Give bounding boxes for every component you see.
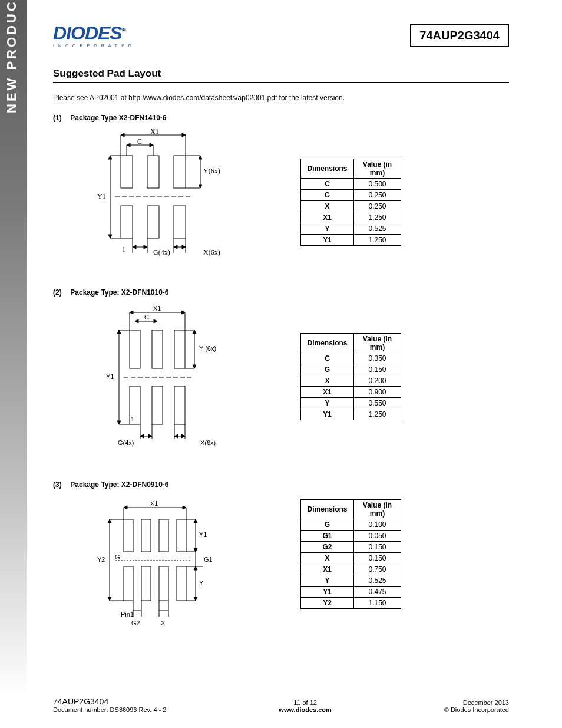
svg-text:Y (6x): Y (6x) [199, 345, 216, 352]
svg-text:Y1: Y1 [199, 531, 207, 538]
svg-rect-56 [141, 519, 151, 552]
svg-text:G(4x): G(4x) [118, 439, 134, 446]
svg-rect-0 [121, 156, 133, 188]
svg-text:C: C [144, 314, 149, 321]
svg-rect-29 [152, 386, 163, 424]
svg-text:G2: G2 [131, 620, 140, 627]
svg-rect-3 [121, 206, 133, 238]
package-block-1: (1) Package Type X2-DFN1410-6 X1 C [53, 114, 509, 265]
svg-rect-30 [174, 386, 185, 424]
package-header: (2) Package Type: X2-DFN1010-6 [53, 288, 509, 297]
intro-text: Please see AP02001 at http://www.diodes.… [53, 94, 509, 102]
svg-text:G1: G1 [204, 556, 213, 563]
lbl-g: G(4x) [153, 248, 170, 256]
svg-rect-2 [174, 156, 186, 188]
svg-rect-57 [159, 519, 168, 552]
lbl-c: C [137, 137, 142, 146]
svg-text:Y2: Y2 [97, 556, 105, 563]
svg-rect-1 [147, 156, 159, 188]
svg-rect-62 [177, 566, 186, 601]
side-banner-text: NEW PRODUCT [4, 0, 19, 113]
logo-main: DIODES® [53, 24, 153, 42]
lbl-y1: Y1 [97, 192, 106, 200]
lbl-x1: X1 [150, 129, 159, 136]
svg-rect-61 [159, 566, 168, 601]
dim-table-3: DimensionsValue (in mm) G0.100 G10.050 G… [300, 499, 401, 609]
svg-rect-5 [174, 206, 186, 238]
svg-text:X1: X1 [153, 305, 161, 312]
svg-rect-59 [124, 566, 133, 601]
main-content: Suggested Pad Layout Please see AP02001 … [53, 68, 509, 667]
svg-rect-58 [177, 519, 186, 552]
pad-diagram-1: X1 C Y1 Y(6x) 1 [53, 129, 265, 265]
side-banner: NEW PRODUCT [0, 0, 27, 696]
package-block-2: (2) Package Type: X2-DFN1010-6 X1 C [53, 288, 509, 457]
svg-rect-26 [152, 330, 163, 368]
svg-text:Pin1: Pin1 [121, 611, 134, 618]
svg-text:X1: X1 [150, 500, 158, 507]
footer-center: 11 of 12 www.diodes.com [279, 699, 331, 713]
svg-rect-27 [174, 330, 185, 368]
lbl-y6x: Y(6x) [203, 167, 220, 175]
svg-text:Y1: Y1 [106, 373, 114, 380]
section-title: Suggested Pad Layout [53, 68, 509, 83]
dim-table-1: DimensionsValue (in mm) C0.500 G0.250 X0… [300, 159, 401, 246]
package-header: (1) Package Type X2-DFN1410-6 [53, 114, 509, 122]
svg-text:G: G [115, 554, 120, 561]
svg-text:X: X [161, 620, 166, 627]
lbl-one: 1 [122, 245, 125, 253]
lbl-x6x: X(6x) [203, 248, 220, 256]
page-header: DIODES® INCORPORATED 74AUP2G3404 [53, 18, 509, 53]
svg-rect-60 [141, 566, 151, 601]
logo-sub: INCORPORATED [53, 44, 153, 48]
dim-table-2: DimensionsValue (in mm) C0.350 G0.150 X0… [300, 333, 401, 420]
svg-rect-4 [147, 206, 159, 238]
logo: DIODES® INCORPORATED [53, 24, 153, 48]
pad-diagram-3: X1 Y1 G1 Y Y2 [53, 496, 265, 643]
svg-rect-25 [130, 330, 140, 368]
svg-text:X(6x): X(6x) [200, 439, 216, 446]
footer-left: 74AUP2G3404 Document number: DS36096 Rev… [53, 697, 166, 713]
svg-rect-55 [124, 519, 133, 552]
package-header: (3) Package Type: X2-DFN0910-6 [53, 480, 509, 489]
part-number-box: 74AUP2G3404 [410, 24, 509, 47]
svg-text:Y: Y [199, 579, 204, 587]
package-block-3: (3) Package Type: X2-DFN0910-6 X1 Y1 [53, 480, 509, 643]
pad-diagram-2: X1 C Y (6x) Y1 1 [53, 304, 265, 457]
footer-right: December 2013 © Diodes Incorporated [444, 699, 509, 713]
page-footer: 74AUP2G3404 Document number: DS36096 Rev… [53, 697, 509, 713]
svg-text:1: 1 [131, 416, 134, 423]
